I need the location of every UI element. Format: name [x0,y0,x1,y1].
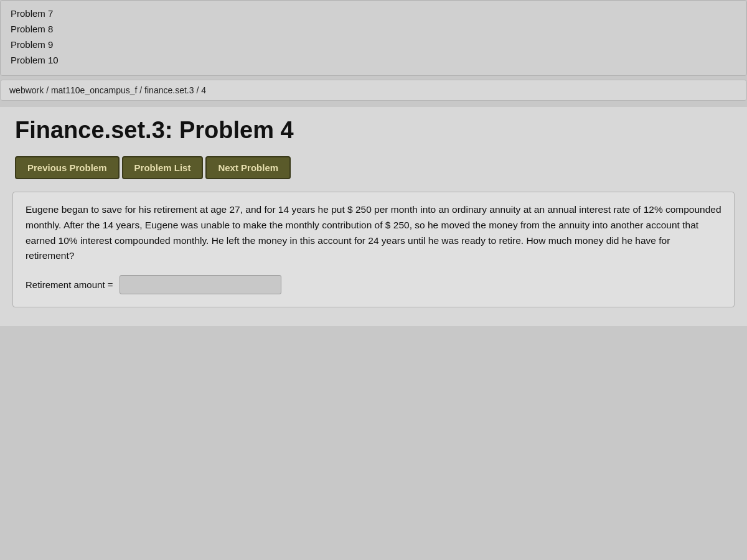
previous-problem-button[interactable]: Previous Problem [15,156,120,179]
problem-text: Eugene began to save for his retirement … [26,202,721,264]
problem-box: Eugene began to save for his retirement … [12,192,735,307]
button-row: Previous Problem Problem List Next Probl… [12,156,735,179]
page-title: Finance.set.3: Problem 4 [12,117,735,144]
sidebar-item-problem10[interactable]: Problem 10 [11,52,736,68]
sidebar-panel: Problem 7 Problem 8 Problem 9 Problem 10 [0,0,747,76]
answer-label: Retirement amount = [26,279,113,290]
breadcrumb: webwork / mat110e_oncampus_f / finance.s… [0,80,747,101]
answer-row: Retirement amount = [26,275,721,294]
sidebar-item-problem8[interactable]: Problem 8 [11,21,736,37]
sidebar-item-problem9[interactable]: Problem 9 [11,37,736,52]
sidebar-item-problem7[interactable]: Problem 7 [11,6,736,21]
main-content: Finance.set.3: Problem 4 Previous Proble… [0,107,747,326]
next-problem-button[interactable]: Next Problem [205,156,291,179]
retirement-amount-input[interactable] [120,275,281,294]
problem-list-button[interactable]: Problem List [122,156,204,179]
